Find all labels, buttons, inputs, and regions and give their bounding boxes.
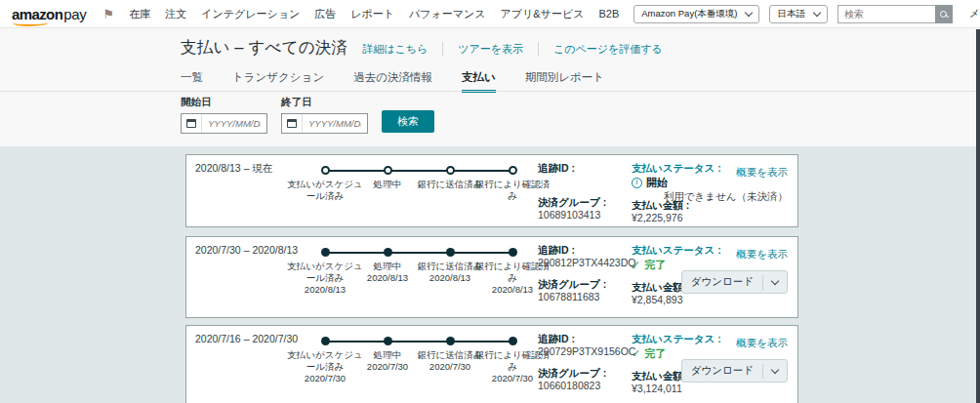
utility-links: メッセージ ヘルプ 設定 [962,7,980,20]
end-date-group: 終了日 [281,96,368,134]
payment-card: 2020/7/30 – 2020/8/13 支払いがスケジュール済み 2020/… [185,236,798,318]
button-divider [762,275,763,290]
nav-item-inventory[interactable]: 在庫 [129,7,150,21]
payment-timeline: 支払いがスケジュール済み 2020/8/13 処理中 2020/8/13 銀行に… [294,248,544,296]
timeline-step: 銀行により確認済み 2020/7/30 [481,337,544,384]
nav-right-cluster: Amazon Pay(本番環境) 日本語 メッセージ ヘルプ 設定 [633,5,980,23]
nav-item-reports[interactable]: レポート [350,7,394,21]
start-date-group: 開始日 [181,96,267,134]
chevron-down-icon [771,366,779,374]
step-dot-icon [446,248,455,257]
settlement-period: 2020/8/13 – 現在 [195,162,272,176]
learn-more-link[interactable]: 詳細はこちら [362,42,428,57]
tab-payments[interactable]: 支払い [462,70,496,93]
start-date-input[interactable] [202,118,266,129]
payments-list: 2020/8/13 – 現在 支払いがスケジュール済み 処理中 [0,146,980,403]
step-dot-icon [509,248,517,257]
tab-bar: 一覧 トランザクション 過去の決済情報 支払い 期間別レポート [181,70,604,93]
settlement-period: 2020/7/16 – 2020/7/30 [195,333,298,344]
account-selector[interactable]: Amazon Pay(本番環境) [633,5,759,23]
chevron-down-icon [771,277,779,285]
timeline-step: 銀行により確認済み [481,166,544,202]
nav-item-integration[interactable]: インテグレーション [201,7,300,21]
nav-item-b2b[interactable]: B2B [598,8,619,20]
tracking-id-value [538,175,635,187]
tracking-id-label: 追跡ID : [538,333,635,345]
payment-card: 2020/7/16 – 2020/7/30 支払いがスケジュール済み 2020/… [185,325,798,403]
tracking-id-label: 追跡ID : [538,244,635,257]
step-dot-icon [509,166,517,175]
payment-amount-value: ¥3,124,011 [632,383,739,395]
search-button[interactable]: 検索 [382,110,434,133]
info-icon: i [632,178,642,188]
start-date-label: 開始日 [181,96,267,109]
tab-overview[interactable]: 一覧 [181,70,203,93]
tab-past-settlements[interactable]: 過去の決済情報 [353,70,432,93]
account-selector-value: Amazon Pay(本番環境) [641,8,737,20]
top-nav: amazonpay ⚑ 在庫 注文 インテグレーション 広告 レポート パフォー… [0,0,980,28]
step-date: 2020/8/13 [367,272,408,284]
card-ids-column: 追跡ID : 決済グループ : 10689103413 [538,162,635,222]
step-dot-icon [321,337,330,345]
nav-item-performance[interactable]: パフォーマンス [409,7,486,21]
page-header: 支払い – すべての決済 詳細はこちら ツアーを表示 このページを評価する 一覧… [0,28,980,146]
show-tour-link[interactable]: ツアーを表示 [442,42,523,57]
settlement-group-value: 10689103413 [538,209,635,222]
flag-icon[interactable]: ⚑ [103,8,115,20]
chevron-down-icon [745,8,753,16]
view-summary-link[interactable]: 概要を表示 [736,337,788,348]
start-date-calendar-button[interactable] [182,114,202,133]
nav-item-advertising[interactable]: 広告 [314,7,336,21]
amazon-smile-icon [13,20,48,26]
step-date: 2020/7/30 [429,361,470,373]
unavailable-text: 利用できません（未決済） [664,190,788,204]
nav-item-orders[interactable]: 注文 [165,7,186,21]
nav-item-apps-services[interactable]: アプリ&サービス [501,7,585,21]
step-date: 2020/8/13 [492,284,533,296]
card-actions-column: 概要を表示 利用できません（未決済） [664,162,788,204]
language-selector[interactable]: 日本語 [769,5,828,23]
page-title: 支払い – すべての決済 [181,37,347,59]
start-date-control [181,113,267,134]
step-date: 2020/7/30 [367,361,408,373]
search-input[interactable] [837,5,935,23]
tab-transactions[interactable]: トランザクション [232,70,324,93]
end-date-input[interactable] [303,118,367,129]
tab-date-range-reports[interactable]: 期間別レポート [525,70,604,93]
step-date: 2020/7/30 [305,373,346,384]
step-dot-icon [384,337,392,345]
step-dot-icon [384,166,392,175]
status-text: 完了 [644,258,666,272]
tracking-id-label: 追跡ID : [538,162,635,175]
timeline-step: 銀行により確認済み 2020/8/13 [481,248,544,296]
language-selector-value: 日本語 [777,8,805,20]
header-divider [0,91,980,92]
status-text: 完了 [644,346,666,361]
step-dot-icon [384,248,392,257]
step-dot-icon [321,248,330,257]
right-edge-bar [976,29,980,403]
rate-page-link[interactable]: このページを評価する [538,42,663,57]
messages-link[interactable]: メッセージ [962,7,980,20]
chevron-down-icon [813,8,821,16]
download-button-label: ダウンロード [691,275,754,289]
view-summary-link[interactable]: 概要を表示 [736,166,788,178]
view-summary-link[interactable]: 概要を表示 [736,248,788,260]
payment-amount-value: ¥2,854,893 [632,294,739,306]
end-date-control [281,113,368,134]
download-button[interactable]: ダウンロード [681,270,788,294]
settlement-group-label: 決済グループ : [538,367,635,380]
end-date-calendar-button[interactable] [282,114,303,133]
page: amazonpay ⚑ 在庫 注文 インテグレーション 広告 レポート パフォー… [0,0,980,403]
date-filter-bar: 開始日 終了日 検索 [181,96,434,134]
payment-timeline: 支払いがスケジュール済み 処理中 銀行に送信済み [294,166,544,202]
amazon-pay-logo[interactable]: amazonpay [12,6,87,22]
download-button[interactable]: ダウンロード [681,359,788,383]
settlement-group-value: 10660180823 [538,380,635,392]
check-icon: ✓ [632,260,640,270]
settlement-group-label: 決済グループ : [538,196,635,209]
search-submit-button[interactable] [935,5,953,23]
step-dot-icon [321,166,330,175]
step-dot-icon [446,337,455,345]
tracking-id-value: 200729P3TX9156OC [538,345,635,358]
